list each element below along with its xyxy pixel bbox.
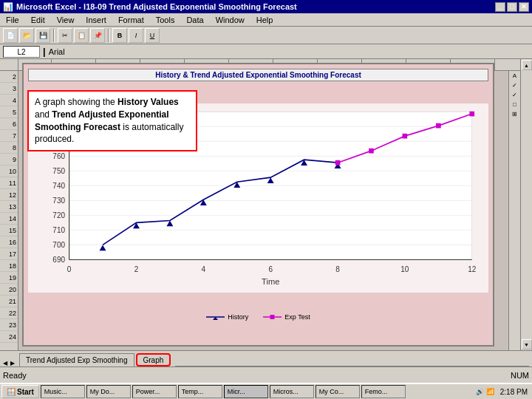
- row-num: 17: [0, 248, 18, 260]
- svg-text:2: 2: [134, 265, 139, 273]
- svg-text:Time: Time: [262, 277, 279, 286]
- toolbar-sep-2: [108, 29, 109, 42]
- paste-button[interactable]: 📌: [90, 28, 105, 43]
- right-tool-5[interactable]: ⊞: [512, 111, 517, 117]
- taskbar-app-power[interactable]: Power...: [132, 385, 177, 398]
- forecast-marker-1: [335, 160, 341, 166]
- annotation-text-1: A graph showing the: [35, 97, 117, 107]
- svg-text:720: 720: [52, 211, 65, 219]
- taskbar-app-temp[interactable]: Temp...: [178, 385, 222, 398]
- annotation-history-bold: History Values: [117, 97, 179, 107]
- row-num: 19: [0, 272, 18, 284]
- toolbar: 📄 📂 💾 ✂ 📋 📌 B I U: [0, 27, 532, 44]
- tab-scroll-right[interactable]: ▶: [10, 360, 15, 366]
- row-num: 10: [0, 166, 18, 177]
- svg-text:750: 750: [52, 167, 65, 175]
- svg-text:730: 730: [52, 197, 65, 205]
- right-tool-3[interactable]: ✓: [512, 92, 517, 98]
- window-title: Microsoft Excel - I18-09 Trend Adjusted …: [16, 2, 297, 11]
- chart-legend: History Exp Test: [28, 313, 488, 321]
- title-bar: 📊 Microsoft Excel - I18-09 Trend Adjuste…: [0, 0, 532, 13]
- tab-scroll-left[interactable]: ◀: [3, 360, 7, 366]
- start-button[interactable]: 🪟 Start: [1, 385, 39, 398]
- save-button[interactable]: 💾: [35, 28, 50, 43]
- new-button[interactable]: 📄: [3, 28, 18, 43]
- menu-window[interactable]: Window: [213, 15, 248, 25]
- annotation-text-2: and: [35, 109, 52, 120]
- tab-bar: ◀ ▶ Trend Adjusted Exp Smoothing Graph: [0, 350, 532, 366]
- ready-label: Ready: [3, 371, 27, 380]
- menu-view[interactable]: View: [54, 15, 78, 25]
- menu-help[interactable]: Help: [253, 15, 276, 25]
- cell-reference[interactable]: L2: [3, 46, 40, 58]
- toolbar-sep-1: [53, 29, 55, 42]
- menu-insert[interactable]: Insert: [83, 15, 109, 25]
- num-label: NUM: [511, 371, 529, 380]
- menu-bar: File Edit View Insert Format Tools Data …: [0, 13, 532, 27]
- row-num: 11: [0, 177, 18, 189]
- svg-text:690: 690: [52, 256, 65, 264]
- right-tool-2[interactable]: ✓: [512, 82, 517, 89]
- row-num: 3: [0, 83, 18, 95]
- taskbar-app-music[interactable]: Music...: [41, 385, 85, 398]
- row-num: 12: [0, 189, 18, 201]
- open-button[interactable]: 📂: [19, 28, 34, 43]
- taskbar-app-femo[interactable]: Femo...: [361, 385, 406, 398]
- chart-title: History & Trend Adjusted Exponential Smo…: [28, 69, 488, 81]
- svg-text:760: 760: [52, 152, 65, 160]
- scroll-up-button[interactable]: ▲: [522, 60, 532, 70]
- copy-button[interactable]: 📋: [74, 28, 89, 43]
- legend-forecast-label: Exp Test: [284, 313, 310, 321]
- minimize-button[interactable]: _: [495, 2, 505, 12]
- clock: 2:18 PM: [497, 388, 531, 396]
- svg-text:8: 8: [335, 265, 340, 273]
- row-num: 15: [0, 225, 18, 236]
- tab-graph[interactable]: Graph: [136, 353, 171, 366]
- row-num: 21: [0, 296, 18, 307]
- italic-button[interactable]: I: [129, 28, 143, 43]
- taskbar-app-micr[interactable]: Micr...: [224, 385, 268, 398]
- app-icon: 📊: [3, 2, 13, 12]
- legend-history-icon: [206, 313, 225, 321]
- tab-trend-adjusted[interactable]: Trend Adjusted Exp Smoothing: [19, 353, 134, 366]
- bold-button[interactable]: B: [112, 28, 127, 43]
- forecast-marker-5: [469, 112, 474, 117]
- svg-text:10: 10: [400, 265, 409, 273]
- svg-text:740: 740: [52, 182, 65, 190]
- svg-text:700: 700: [52, 241, 65, 249]
- menu-file[interactable]: File: [3, 15, 22, 25]
- right-toolbar: A ✓ ✓ □ ⊞: [508, 71, 520, 350]
- right-tool-4[interactable]: □: [513, 101, 516, 108]
- menu-tools[interactable]: Tools: [153, 15, 178, 25]
- row-num: 20: [0, 284, 18, 296]
- svg-rect-37: [270, 315, 275, 319]
- row-num: 13: [0, 201, 18, 213]
- right-tool-1[interactable]: A: [513, 72, 516, 79]
- forecast-marker-2: [369, 149, 374, 154]
- row-num: 16: [0, 236, 18, 248]
- forecast-marker-3: [403, 134, 408, 139]
- annotation-box: A graph showing the History Values and T…: [27, 90, 197, 151]
- vertical-scrollbar[interactable]: ▲ ▼: [520, 59, 532, 350]
- svg-text:12: 12: [468, 265, 477, 273]
- scroll-down-button[interactable]: ▼: [522, 339, 532, 349]
- cut-button[interactable]: ✂: [58, 28, 72, 43]
- system-tray-icons: 🔊 📶: [476, 388, 494, 395]
- taskbar-app-myco[interactable]: My Co...: [316, 385, 360, 398]
- taskbar-system-tray: 🔊 📶 2:18 PM: [476, 388, 531, 396]
- row-num: 2: [0, 71, 18, 83]
- menu-data[interactable]: Data: [183, 15, 206, 25]
- row-num: 6: [0, 118, 18, 130]
- underline-button[interactable]: U: [145, 28, 160, 43]
- close-button[interactable]: ✕: [519, 2, 529, 12]
- menu-edit[interactable]: Edit: [28, 15, 48, 25]
- svg-text:4: 4: [202, 265, 206, 273]
- row-num: 7: [0, 130, 18, 142]
- row-num: 5: [0, 106, 18, 118]
- svg-text:710: 710: [52, 226, 65, 234]
- menu-format[interactable]: Format: [115, 15, 147, 25]
- taskbar-app-micros[interactable]: Micros...: [270, 385, 314, 398]
- taskbar-app-mydo[interactable]: My Do...: [86, 385, 131, 398]
- row-num: 18: [0, 260, 18, 272]
- maximize-button[interactable]: □: [507, 2, 517, 12]
